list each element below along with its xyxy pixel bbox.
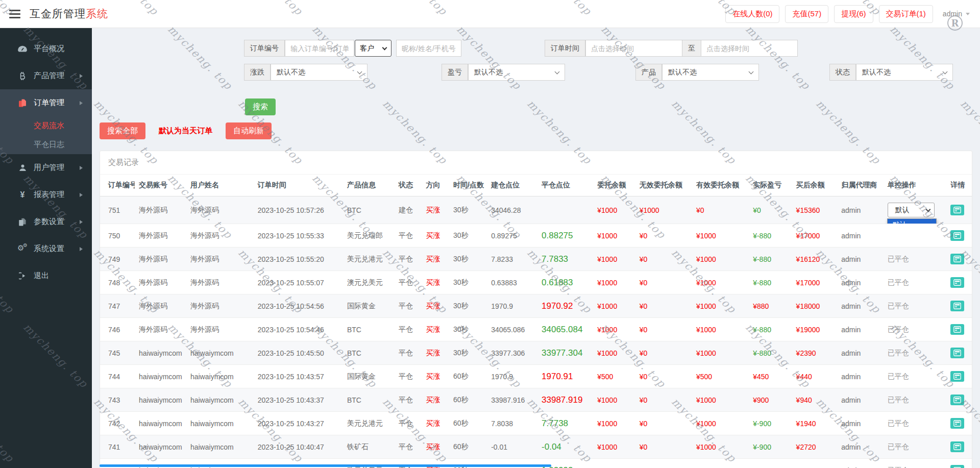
order-number-input[interactable] xyxy=(285,40,354,57)
hamburger-menu-icon[interactable] xyxy=(9,8,20,20)
sidebar-item-dashboard[interactable]: 平台概况 xyxy=(0,35,92,62)
cell-entrust-balance: ¥1000 xyxy=(593,196,635,224)
cell-product: 国际黄金 xyxy=(343,365,395,388)
header-stat-button-0[interactable]: 在线人数(0) xyxy=(725,5,779,23)
detail-button[interactable] xyxy=(950,230,964,241)
cell-entrust-balance: ¥500 xyxy=(593,365,635,388)
search-all-button[interactable]: 搜索全部 xyxy=(100,122,145,139)
header-stat-button-1[interactable]: 充值(57) xyxy=(785,5,828,23)
filter-select-0[interactable]: 默认不选 xyxy=(271,64,368,81)
cell-single-control: 已平仓 xyxy=(884,248,947,271)
chevron-down-icon xyxy=(555,69,560,74)
cell-actual-pl: ¥-900 xyxy=(749,435,792,459)
cell-direction: 买涨 xyxy=(422,435,449,459)
cell-single-control: 默认默认盈亏 xyxy=(884,196,947,224)
cell-after-balance: ¥16120 xyxy=(792,248,838,271)
closed-status-text: 已平仓 xyxy=(888,396,909,404)
sidebar-nav: 平台概况产品管理订单管理交易流水平仓日志用户管理¥报表管理参数设置⚙⚙系统设置退… xyxy=(0,28,92,468)
sidebar-item-users[interactable]: 用户管理 xyxy=(0,154,92,181)
cell-status: 平仓 xyxy=(395,412,422,435)
cell-username: 海外源码 xyxy=(186,248,254,271)
detail-button[interactable] xyxy=(950,301,964,311)
cell-single-control: 已平仓 xyxy=(884,412,947,435)
cell-order-time: 2023-10-25 10:45:50 xyxy=(254,341,343,365)
cell-order-id: 750 xyxy=(100,224,135,248)
cell-username: haiwaiymcom xyxy=(186,365,254,388)
cell-agent: admin xyxy=(837,412,884,435)
cell-status: 平仓 xyxy=(395,224,422,248)
detail-button[interactable] xyxy=(950,254,964,264)
filter-select-3[interactable]: 默认不选 xyxy=(856,64,953,81)
cell-direction: 买涨 xyxy=(422,224,449,248)
filter-label-2: 产品 xyxy=(635,64,662,81)
cell-order-id: 747 xyxy=(100,294,135,318)
sidebar-item-products[interactable]: 产品管理 xyxy=(0,62,92,89)
filter-select-1[interactable]: 默认不选 xyxy=(468,64,565,81)
filter-select-2[interactable]: 默认不选 xyxy=(662,64,759,81)
customer-search-input[interactable] xyxy=(396,40,461,57)
cell-single-control: 已平仓 xyxy=(884,435,947,459)
cell-detail xyxy=(946,318,972,341)
header-stat-button-3[interactable]: 交易订单(1) xyxy=(879,5,933,23)
cell-account: haiwaiymcom xyxy=(135,388,186,412)
top-header: 互金所管理系统 在线人数(0)充值(57)提现(6)交易订单(1) admin xyxy=(0,0,980,28)
detail-button[interactable] xyxy=(950,371,964,382)
cell-username: 海外源码 xyxy=(186,318,254,341)
sidebar-item-label: 系统设置 xyxy=(34,244,64,254)
cell-close-point: 33987.919 xyxy=(537,388,593,412)
column-header-2: 用户姓名 xyxy=(186,175,254,196)
dashboard-icon xyxy=(16,45,29,53)
table-row: 742haiwaiymcomhaiwaiymcom2023-10-25 10:4… xyxy=(100,412,972,435)
sidebar-subitem-close-log[interactable]: 平仓日志 xyxy=(0,135,92,154)
order-number-label: 订单编号 xyxy=(244,40,285,57)
search-button[interactable]: 搜索 xyxy=(245,98,276,115)
time-to-input[interactable] xyxy=(701,40,798,57)
detail-button[interactable] xyxy=(950,324,964,335)
header-stat-button-2[interactable]: 提现(6) xyxy=(834,5,873,23)
detail-button[interactable] xyxy=(950,277,964,288)
cell-entrust-balance: ¥1000 xyxy=(593,341,635,365)
cell-valid-entrust: ¥1000 xyxy=(692,248,749,271)
closed-status-text: 已平仓 xyxy=(888,372,909,380)
detail-button[interactable] xyxy=(950,465,964,468)
sidebar-item-params[interactable]: 参数设置 xyxy=(0,208,92,235)
user-icon xyxy=(16,164,29,171)
sidebar-item-label: 平台概况 xyxy=(34,44,64,54)
detail-button[interactable] xyxy=(950,395,964,405)
detail-button[interactable] xyxy=(950,348,964,358)
bottom-scrollbar[interactable] xyxy=(100,464,551,467)
sidebar-item-orders[interactable]: 订单管理 xyxy=(0,89,92,116)
cell-status: 平仓 xyxy=(395,388,422,412)
single-control-select[interactable]: 默认 xyxy=(888,203,935,217)
table-row: 744haiwaiymcomhaiwaiymcom2023-10-25 10:4… xyxy=(100,365,972,388)
cell-detail xyxy=(946,294,972,318)
closed-status-text: 已平仓 xyxy=(888,419,909,427)
cell-invalid-entrust: ¥1000 xyxy=(635,196,692,224)
cell-status: 平仓 xyxy=(395,271,422,294)
cell-after-balance: ¥18000 xyxy=(792,294,838,318)
cell-order-time: 2023-10-25 10:54:46 xyxy=(254,318,343,341)
filter-select-value: 默认不选 xyxy=(277,68,305,77)
detail-button[interactable] xyxy=(950,418,964,429)
chevron-right-icon xyxy=(80,101,85,105)
filter-group-3: 状态默认不选 xyxy=(829,64,953,81)
cell-username: haiwaiymcom xyxy=(186,435,254,459)
cell-actual-pl: ¥-880 xyxy=(749,271,792,294)
sidebar-item-logout[interactable]: 退出 xyxy=(0,262,92,289)
sidebar-item-reports[interactable]: ¥报表管理 xyxy=(0,181,92,208)
time-from-input[interactable] xyxy=(585,40,682,57)
cell-duration: 60秒 xyxy=(449,412,487,435)
auto-refresh-button[interactable]: 自动刷新 xyxy=(226,122,272,139)
column-header-14: 买后余额 xyxy=(792,175,838,196)
cell-open-point: -0.01 xyxy=(487,435,537,459)
dropdown-option-0[interactable]: 默认 xyxy=(888,219,936,224)
customer-type-select[interactable]: 客户 xyxy=(355,40,391,57)
sidebar-subitem-trade-flow[interactable]: 交易流水 xyxy=(0,116,92,135)
sidebar-item-system[interactable]: ⚙⚙系统设置 xyxy=(0,235,92,262)
cell-actual-pl: ¥-880 xyxy=(749,248,792,271)
detail-button[interactable] xyxy=(950,205,964,215)
cell-direction: 买涨 xyxy=(422,271,449,294)
detail-button[interactable] xyxy=(950,441,964,452)
cell-account: 海外源码 xyxy=(135,271,186,294)
closed-status-text: 已平仓 xyxy=(888,278,909,286)
